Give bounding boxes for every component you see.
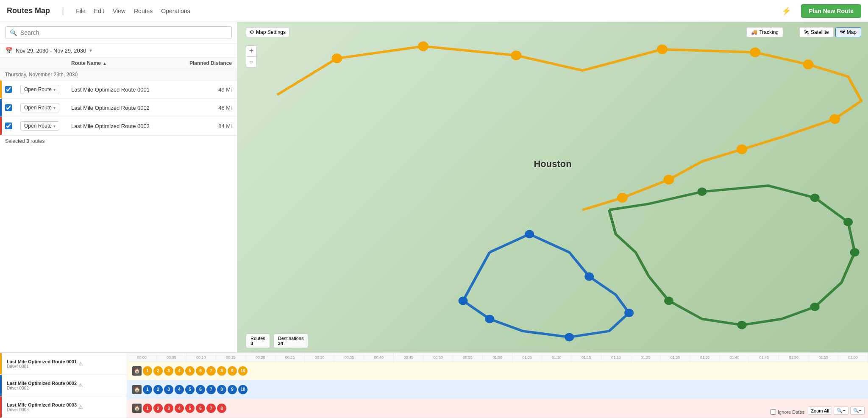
time-tick-0: 00:00 <box>127 353 157 361</box>
nav-operations[interactable]: Operations <box>161 6 190 16</box>
map-zoom-controls: + − <box>246 45 257 67</box>
route-checkbox[interactable] <box>5 104 12 111</box>
timeline-stop-3[interactable]: 3 <box>164 404 173 413</box>
route-checkbox[interactable] <box>5 123 12 129</box>
plan-new-route-button[interactable]: Plan New Route <box>801 4 861 18</box>
timeline-zoom-all-button[interactable]: Zoom All <box>808 407 832 415</box>
app-title: Routes Map <box>7 6 50 15</box>
selected-routes-text: Selected 3 routes <box>5 138 45 144</box>
route-row-1[interactable]: Open Route ▾ Last Mile Optimized Route 0… <box>0 81 237 99</box>
time-tick-23: 01:55 <box>809 353 838 361</box>
ignore-dates-label: Ignore Dates <box>778 410 804 415</box>
timeline-stop-10[interactable]: 10 <box>238 366 248 376</box>
timeline-bar-2: 🏠12345678910 <box>131 384 797 396</box>
timeline-stop-7[interactable]: 7 <box>206 385 216 394</box>
svg-point-10 <box>525 230 534 238</box>
map-settings-button[interactable]: ⚙ Map Settings <box>246 27 289 37</box>
route-list: Open Route ▾ Last Mile Optimized Route 0… <box>0 81 237 135</box>
nav-view[interactable]: View <box>113 6 125 16</box>
timeline-zoom-controls: Zoom All 🔍+ 🔍− <box>808 407 865 415</box>
route-distance: 84 Mi <box>185 123 232 129</box>
timeline-stop-8[interactable]: 8 <box>217 404 226 413</box>
time-tick-8: 00:40 <box>364 353 394 361</box>
nav-separator: | <box>62 6 64 16</box>
selected-count: 3 <box>26 138 29 144</box>
timeline-stop-9[interactable]: 9 <box>228 385 237 394</box>
timeline-bar-1: 🏠12345678910 <box>131 365 797 377</box>
map-stat-routes: Routes 3 <box>246 334 270 348</box>
time-tick-22: 01:50 <box>779 353 809 361</box>
timeline-stop-6[interactable]: 6 <box>196 404 205 413</box>
th-route-name[interactable]: Route Name ▲ <box>71 60 185 66</box>
timeline-content: 00:0000:0500:1000:1500:2000:2500:3000:35… <box>127 353 868 418</box>
left-panel: 🔍 📅 Nov 29, 2030 - Nov 29, 2030 ▾ Route … <box>0 22 237 352</box>
route-color-bar <box>0 99 2 117</box>
status-badge[interactable]: Open Route ▾ <box>20 103 59 112</box>
timeline-stop-4[interactable]: 4 <box>175 366 184 376</box>
nav-file[interactable]: File <box>76 6 86 16</box>
route-distance: 46 Mi <box>185 105 232 111</box>
content-row: 🔍 📅 Nov 29, 2030 - Nov 29, 2030 ▾ Route … <box>0 22 868 352</box>
map-stat-destinations: Destinations 34 <box>273 334 309 348</box>
timeline-stop-8[interactable]: 8 <box>217 366 226 376</box>
search-input[interactable] <box>20 29 227 36</box>
nav-edit[interactable]: Edit <box>94 6 104 16</box>
svg-point-7 <box>737 145 747 154</box>
status-badge[interactable]: Open Route ▾ <box>20 85 59 94</box>
timeline-stop-7[interactable]: 7 <box>206 366 216 376</box>
svg-point-4 <box>750 47 760 57</box>
route-checkbox[interactable] <box>5 86 12 93</box>
route-name: Last Mile Optimized Route 0002 <box>71 105 185 111</box>
timeline-stop-9[interactable]: 9 <box>228 366 237 376</box>
time-tick-16: 01:20 <box>601 353 631 361</box>
timeline-stop-1[interactable]: 1 <box>143 404 152 413</box>
timeline-stop-2[interactable]: 2 <box>153 385 163 394</box>
timeline-section: Last Mile Optimized Route 0001 Driver 00… <box>0 352 868 418</box>
timeline-stop-5[interactable]: 5 <box>185 404 195 413</box>
zoom-out-button[interactable]: − <box>246 56 257 67</box>
timeline-zoom-in-button[interactable]: 🔍+ <box>834 407 848 415</box>
zoom-in-button[interactable]: + <box>246 45 257 56</box>
timeline-stop-6[interactable]: 6 <box>196 385 205 394</box>
timeline-stop-1[interactable]: 1 <box>143 385 152 394</box>
flash-icon: ⚡ <box>782 6 791 16</box>
time-tick-12: 01:00 <box>483 353 512 361</box>
route-name: Last Mile Optimized Route 0003 <box>71 123 185 129</box>
time-tick-19: 01:35 <box>690 353 720 361</box>
timeline-stop-8[interactable]: 8 <box>217 385 226 394</box>
search-input-wrap[interactable]: 🔍 <box>5 26 232 39</box>
svg-point-11 <box>584 272 594 281</box>
map-button[interactable]: 🗺 Map <box>835 27 861 37</box>
timeline-stop-6[interactable]: 6 <box>196 366 205 376</box>
timeline-stop-7[interactable]: 7 <box>206 404 216 413</box>
timeline-stop-3[interactable]: 3 <box>164 366 173 376</box>
timeline-stop-10[interactable]: 10 <box>238 385 248 394</box>
timeline-zoom-out-button[interactable]: 🔍− <box>850 407 865 415</box>
nav-routes[interactable]: Routes <box>134 6 153 16</box>
main-area: 🔍 📅 Nov 29, 2030 - Nov 29, 2030 ▾ Route … <box>0 22 868 418</box>
timeline-stop-5[interactable]: 5 <box>185 385 195 394</box>
route-row-3[interactable]: Open Route ▾ Last Mile Optimized Route 0… <box>0 117 237 135</box>
timeline-stop-5[interactable]: 5 <box>185 366 195 376</box>
route-checkbox-wrap <box>5 104 20 111</box>
date-filter[interactable]: 📅 Nov 29, 2030 - Nov 29, 2030 ▾ <box>0 44 237 58</box>
route-row-2[interactable]: Open Route ▾ Last Mile Optimized Route 0… <box>0 99 237 117</box>
timeline-stop-1[interactable]: 1 <box>143 366 152 376</box>
tracking-button[interactable]: 🚚 Tracking <box>746 27 783 37</box>
timeline-stop-2[interactable]: 2 <box>153 366 163 376</box>
timeline-stop-4[interactable]: 4 <box>175 404 184 413</box>
ignore-dates-checkbox[interactable] <box>771 409 776 415</box>
status-badge[interactable]: Open Route ▾ <box>20 121 59 131</box>
time-tick-11: 00:55 <box>453 353 483 361</box>
timeline-stop-3[interactable]: 3 <box>164 385 173 394</box>
map-stats: Routes 3 Destinations 34 <box>246 334 308 348</box>
satellite-button[interactable]: 🛰 Satellite <box>799 27 834 37</box>
svg-point-16 <box>697 187 707 196</box>
timeline-labels: Last Mile Optimized Route 0001 Driver 00… <box>0 353 127 418</box>
time-tick-17: 01:25 <box>631 353 661 361</box>
time-tick-10: 00:50 <box>423 353 453 361</box>
timeline-stop-4[interactable]: 4 <box>175 385 184 394</box>
ignore-dates-checkbox-area[interactable]: Ignore Dates <box>771 409 804 415</box>
map-controls-top: ⚙ Map Settings <box>246 27 289 37</box>
timeline-stop-2[interactable]: 2 <box>153 404 163 413</box>
